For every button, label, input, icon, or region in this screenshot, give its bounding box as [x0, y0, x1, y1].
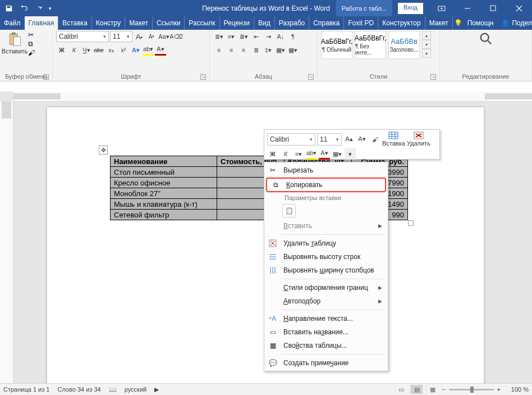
ctx-autofit[interactable]: Автоподбор▶	[264, 294, 388, 308]
sort-icon[interactable]: A↓	[275, 31, 286, 42]
style-heading1[interactable]: АаБбВвЗаголово...	[388, 31, 420, 59]
tab-home[interactable]: Главная	[25, 16, 58, 30]
share-button[interactable]: 👤Поделиться	[497, 19, 532, 27]
tab-file[interactable]: Файл	[0, 16, 25, 30]
ctx-border-styles[interactable]: Стили оформления границ▶	[264, 281, 388, 294]
bullets-icon[interactable]: ≣▾	[213, 31, 224, 42]
multilevel-icon[interactable]: ≣▾	[238, 31, 249, 42]
mini-shrink-font-icon[interactable]: A▾	[356, 134, 368, 145]
status-language[interactable]: русский	[125, 386, 146, 393]
tab-design[interactable]: Констру	[91, 16, 125, 30]
undo-icon[interactable]	[17, 2, 30, 15]
align-center-icon[interactable]: ≡	[226, 44, 237, 56]
mini-font-color-icon[interactable]: A▾	[319, 148, 330, 160]
status-words[interactable]: Слово 34 из 34	[57, 386, 100, 393]
col-name[interactable]: Наименование	[111, 156, 217, 167]
ctx-paste[interactable]: Вставить▶	[264, 219, 388, 233]
font-dialog-icon[interactable]: ↘	[200, 74, 206, 80]
mini-italic-icon[interactable]: К	[280, 148, 291, 160]
zoom-level[interactable]: 100 %	[504, 386, 529, 393]
minimize-icon[interactable]	[455, 0, 480, 16]
table-move-handle-icon[interactable]: ✥	[99, 146, 108, 155]
mini-insert-button[interactable]: Вставка	[382, 131, 405, 147]
view-web-icon[interactable]: ▦	[426, 385, 438, 394]
qat-dropdown-icon[interactable]: ▾	[46, 2, 54, 15]
paragraph-dialog-icon[interactable]: ↘	[308, 74, 314, 80]
tab-insert[interactable]: Вставка	[58, 16, 91, 30]
mini-bold-icon[interactable]: Ж	[267, 148, 278, 160]
ctx-text-direction[interactable]: ⁿAНаправление текста...	[264, 312, 388, 325]
text-effects-icon[interactable]: A▾	[130, 44, 141, 56]
align-right-icon[interactable]: ≡	[238, 44, 249, 56]
italic-icon[interactable]: К	[68, 44, 80, 56]
mini-format-painter-icon[interactable]: 🖌	[369, 134, 380, 145]
ctx-insert-caption[interactable]: ▭Вставить название...	[264, 325, 388, 339]
table-resize-handle-icon[interactable]	[408, 220, 414, 226]
clipboard-dialog-icon[interactable]: ↘	[43, 74, 49, 80]
mini-delete-button[interactable]: Удалить	[407, 131, 430, 147]
mini-grow-font-icon[interactable]: A▴	[343, 134, 355, 145]
view-read-icon[interactable]: ▭	[395, 385, 407, 394]
subscript-icon[interactable]: x₂	[106, 44, 117, 56]
change-case-icon[interactable]: Aa▾	[158, 31, 169, 42]
line-spacing-icon[interactable]: ‡▾	[263, 44, 274, 56]
paste-button[interactable]: Вставить	[3, 31, 26, 55]
superscript-icon[interactable]: x²	[118, 44, 129, 56]
maximize-icon[interactable]	[480, 0, 506, 16]
borders-icon[interactable]: ▦▾	[287, 44, 299, 56]
bold-icon[interactable]: Ж	[56, 44, 67, 56]
ctx-cut[interactable]: ✂Вырезать	[264, 164, 388, 177]
close-icon[interactable]	[506, 0, 532, 16]
shrink-font-icon[interactable]: A▾	[146, 31, 157, 42]
ctx-new-comment[interactable]: 💬Создать примечание	[264, 356, 388, 370]
redo-icon[interactable]	[31, 2, 45, 15]
format-painter-icon[interactable]: 🖌	[28, 49, 35, 57]
mini-size-combo[interactable]: 11▾	[317, 133, 342, 146]
tab-foxit[interactable]: Foxit PD	[343, 16, 378, 30]
view-print-icon[interactable]: ▤	[410, 385, 423, 394]
styles-dialog-icon[interactable]: ↘	[430, 74, 436, 80]
ribbon-display-icon[interactable]	[429, 0, 455, 16]
tab-layout[interactable]: Макет	[125, 16, 152, 30]
ctx-distribute-rows[interactable]: Выровнять высоту строк	[264, 250, 388, 264]
tab-developer[interactable]: Разрабо	[274, 16, 309, 30]
tab-references[interactable]: Ссылки	[152, 16, 184, 30]
copy-icon[interactable]: ⧉	[28, 40, 35, 48]
status-macro-icon[interactable]: ▶	[154, 386, 159, 393]
shading-icon[interactable]: ▦▾	[275, 44, 286, 56]
mini-highlight-icon[interactable]: ab▾	[306, 148, 317, 160]
numbering-icon[interactable]: ≡▾	[226, 31, 237, 42]
style-normal[interactable]: АаБбВвГг,¶ Обычный	[321, 31, 352, 59]
font-name-combo[interactable]: Calibri▾	[56, 31, 109, 42]
dec-indent-icon[interactable]: ⇤	[250, 31, 262, 42]
cut-icon[interactable]: ✂	[28, 31, 35, 39]
tab-table-layout[interactable]: Макет	[425, 16, 452, 30]
vertical-ruler[interactable]	[0, 102, 13, 383]
justify-icon[interactable]: ≣	[250, 44, 262, 56]
status-page[interactable]: Страница 1 из 1	[3, 386, 49, 393]
ctx-copy[interactable]: ⧉Копировать	[266, 178, 386, 192]
zoom-slider[interactable]	[449, 389, 494, 391]
font-color-icon[interactable]: A▾	[155, 44, 166, 56]
paste-keep-source-icon[interactable]: 📋	[282, 204, 296, 217]
strike-icon[interactable]: abc	[93, 44, 104, 56]
tab-table-design[interactable]: Конструктор	[378, 16, 424, 30]
tab-mailings[interactable]: Рассылк	[184, 16, 219, 30]
zoom-out-icon[interactable]: −	[442, 386, 445, 393]
show-marks-icon[interactable]: ¶	[287, 31, 299, 42]
status-proofing-icon[interactable]: 📖	[109, 386, 117, 393]
font-size-combo[interactable]: 11▾	[110, 31, 132, 42]
styles-gallery-more[interactable]: ▴▾▾	[422, 31, 431, 58]
tab-help[interactable]: Справка	[309, 16, 343, 30]
inc-indent-icon[interactable]: ⇥	[263, 31, 274, 42]
tab-review[interactable]: Рецензи	[219, 16, 254, 30]
mini-shading-icon[interactable]: ▾	[345, 148, 356, 160]
align-left-icon[interactable]: ≡	[213, 44, 224, 56]
save-icon[interactable]	[2, 2, 16, 15]
mini-font-combo[interactable]: Calibri▾	[267, 133, 315, 146]
grow-font-icon[interactable]: A▴	[134, 31, 145, 42]
mini-align-icon[interactable]: ≡▾	[293, 148, 304, 160]
find-button[interactable]	[478, 31, 494, 47]
ctx-table-properties[interactable]: ▦Свойства таблицы...	[264, 339, 388, 352]
underline-icon[interactable]: Ч▾	[81, 44, 92, 56]
